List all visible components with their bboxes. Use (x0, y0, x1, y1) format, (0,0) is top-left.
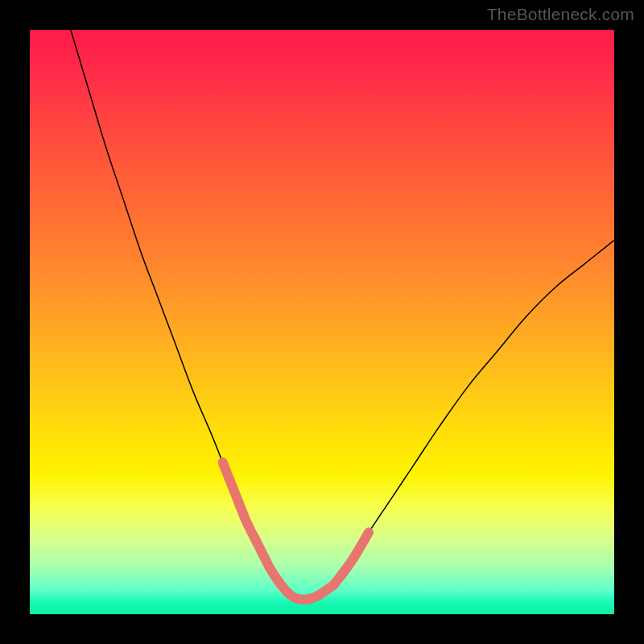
highlight-left (223, 462, 270, 568)
highlight-right (334, 532, 369, 584)
plot-svg (30, 30, 614, 614)
highlight-bottom (270, 568, 334, 600)
bottleneck-curve (71, 30, 614, 600)
watermark-text: TheBottleneck.com (487, 5, 634, 24)
plot-area (30, 30, 614, 614)
chart-stage: TheBottleneck.com (0, 0, 644, 644)
